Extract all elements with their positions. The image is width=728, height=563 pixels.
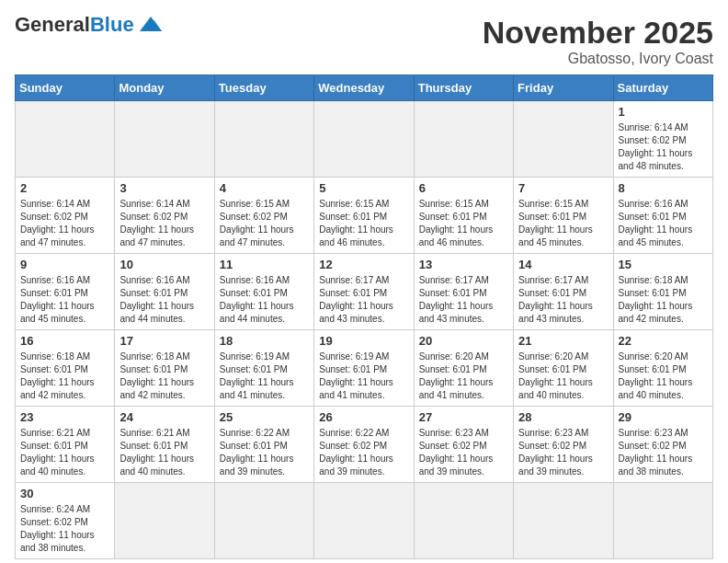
weekday-header-row: SundayMondayTuesdayWednesdayThursdayFrid… xyxy=(16,75,713,101)
day-cell: 6Sunrise: 6:15 AM Sunset: 6:01 PM Daylig… xyxy=(414,178,513,254)
day-number: 27 xyxy=(419,410,508,424)
day-cell: 10Sunrise: 6:16 AM Sunset: 6:01 PM Dayli… xyxy=(115,254,214,330)
day-cell: 9Sunrise: 6:16 AM Sunset: 6:01 PM Daylig… xyxy=(16,254,115,330)
day-info: Sunrise: 6:23 AM Sunset: 6:02 PM Dayligh… xyxy=(518,427,608,478)
day-cell: 5Sunrise: 6:15 AM Sunset: 6:01 PM Daylig… xyxy=(314,178,414,254)
day-info: Sunrise: 6:24 AM Sunset: 6:02 PM Dayligh… xyxy=(20,503,109,555)
day-number: 22 xyxy=(619,334,708,348)
location-title: Gbatosso, Ivory Coast xyxy=(483,51,713,67)
day-cell: 29Sunrise: 6:23 AM Sunset: 6:02 PM Dayli… xyxy=(613,407,712,483)
day-info: Sunrise: 6:20 AM Sunset: 6:01 PM Dayligh… xyxy=(419,350,508,402)
logo-icon xyxy=(136,15,165,35)
day-info: Sunrise: 6:18 AM Sunset: 6:01 PM Dayligh… xyxy=(20,350,109,402)
day-number: 6 xyxy=(419,181,508,195)
day-number: 8 xyxy=(619,181,708,195)
day-cell xyxy=(514,101,613,178)
weekday-header-monday: Monday xyxy=(115,75,214,101)
day-number: 25 xyxy=(220,410,309,424)
week-row-3: 9Sunrise: 6:16 AM Sunset: 6:01 PM Daylig… xyxy=(16,254,713,330)
day-info: Sunrise: 6:20 AM Sunset: 6:01 PM Dayligh… xyxy=(518,350,608,402)
day-cell: 19Sunrise: 6:19 AM Sunset: 6:01 PM Dayli… xyxy=(314,330,414,407)
weekday-header-sunday: Sunday xyxy=(16,75,115,101)
day-cell: 18Sunrise: 6:19 AM Sunset: 6:01 PM Dayli… xyxy=(214,330,313,407)
weekday-header-saturday: Saturday xyxy=(613,75,712,101)
day-number: 21 xyxy=(518,334,608,348)
day-cell: 23Sunrise: 6:21 AM Sunset: 6:01 PM Dayli… xyxy=(16,407,115,483)
day-number: 17 xyxy=(119,334,209,348)
day-cell xyxy=(115,483,214,559)
day-cell: 15Sunrise: 6:18 AM Sunset: 6:01 PM Dayli… xyxy=(613,254,712,330)
logo: GeneralBlue xyxy=(15,15,165,35)
day-cell: 12Sunrise: 6:17 AM Sunset: 6:01 PM Dayli… xyxy=(314,254,414,330)
day-info: Sunrise: 6:22 AM Sunset: 6:02 PM Dayligh… xyxy=(319,427,408,478)
day-number: 2 xyxy=(20,181,109,195)
day-cell: 13Sunrise: 6:17 AM Sunset: 6:01 PM Dayli… xyxy=(414,254,513,330)
week-row-2: 2Sunrise: 6:14 AM Sunset: 6:02 PM Daylig… xyxy=(16,178,713,254)
day-cell xyxy=(414,483,513,559)
header: GeneralBlue November 2025 Gbatosso, Ivor… xyxy=(15,15,713,67)
day-info: Sunrise: 6:14 AM Sunset: 6:02 PM Dayligh… xyxy=(619,121,708,173)
day-number: 7 xyxy=(518,181,608,195)
day-info: Sunrise: 6:18 AM Sunset: 6:01 PM Dayligh… xyxy=(119,350,209,402)
day-cell: 22Sunrise: 6:20 AM Sunset: 6:01 PM Dayli… xyxy=(613,330,712,407)
day-info: Sunrise: 6:15 AM Sunset: 6:01 PM Dayligh… xyxy=(419,198,508,249)
day-number: 26 xyxy=(319,410,408,424)
day-info: Sunrise: 6:22 AM Sunset: 6:01 PM Dayligh… xyxy=(220,427,309,478)
day-info: Sunrise: 6:16 AM Sunset: 6:01 PM Dayligh… xyxy=(220,274,309,326)
day-number: 9 xyxy=(20,258,109,271)
day-cell: 2Sunrise: 6:14 AM Sunset: 6:02 PM Daylig… xyxy=(16,178,115,254)
day-info: Sunrise: 6:17 AM Sunset: 6:01 PM Dayligh… xyxy=(419,274,508,326)
day-cell: 8Sunrise: 6:16 AM Sunset: 6:01 PM Daylig… xyxy=(613,178,712,254)
day-info: Sunrise: 6:16 AM Sunset: 6:01 PM Dayligh… xyxy=(619,198,708,249)
day-info: Sunrise: 6:16 AM Sunset: 6:01 PM Dayligh… xyxy=(20,274,109,326)
day-cell: 28Sunrise: 6:23 AM Sunset: 6:02 PM Dayli… xyxy=(514,407,613,483)
day-cell: 30Sunrise: 6:24 AM Sunset: 6:02 PM Dayli… xyxy=(16,483,115,559)
day-cell xyxy=(115,101,214,178)
day-number: 16 xyxy=(20,334,109,348)
day-number: 5 xyxy=(319,181,408,195)
weekday-header-thursday: Thursday xyxy=(414,75,513,101)
day-info: Sunrise: 6:18 AM Sunset: 6:01 PM Dayligh… xyxy=(619,274,708,326)
day-cell xyxy=(613,483,712,559)
day-info: Sunrise: 6:20 AM Sunset: 6:01 PM Dayligh… xyxy=(619,350,708,402)
weekday-header-wednesday: Wednesday xyxy=(314,75,414,101)
day-cell: 16Sunrise: 6:18 AM Sunset: 6:01 PM Dayli… xyxy=(16,330,115,407)
day-cell: 17Sunrise: 6:18 AM Sunset: 6:01 PM Dayli… xyxy=(115,330,214,407)
day-info: Sunrise: 6:15 AM Sunset: 6:02 PM Dayligh… xyxy=(220,198,309,249)
day-info: Sunrise: 6:15 AM Sunset: 6:01 PM Dayligh… xyxy=(319,198,408,249)
day-cell: 4Sunrise: 6:15 AM Sunset: 6:02 PM Daylig… xyxy=(214,178,313,254)
day-number: 28 xyxy=(518,410,608,424)
day-cell: 7Sunrise: 6:15 AM Sunset: 6:01 PM Daylig… xyxy=(514,178,613,254)
month-title: November 2025 xyxy=(483,15,713,51)
logo-blue: Blue xyxy=(90,13,134,36)
day-number: 10 xyxy=(119,258,209,271)
day-info: Sunrise: 6:17 AM Sunset: 6:01 PM Dayligh… xyxy=(518,274,608,326)
day-number: 30 xyxy=(20,487,109,500)
day-number: 19 xyxy=(319,334,408,348)
logo-general: General xyxy=(15,13,90,36)
day-info: Sunrise: 6:19 AM Sunset: 6:01 PM Dayligh… xyxy=(319,350,408,402)
day-number: 24 xyxy=(119,410,209,424)
week-row-4: 16Sunrise: 6:18 AM Sunset: 6:01 PM Dayli… xyxy=(16,330,713,407)
day-info: Sunrise: 6:23 AM Sunset: 6:02 PM Dayligh… xyxy=(419,427,508,478)
day-number: 12 xyxy=(319,258,408,271)
day-cell xyxy=(514,483,613,559)
day-cell xyxy=(16,101,115,178)
day-cell: 20Sunrise: 6:20 AM Sunset: 6:01 PM Dayli… xyxy=(414,330,513,407)
day-cell: 24Sunrise: 6:21 AM Sunset: 6:01 PM Dayli… xyxy=(115,407,214,483)
weekday-header-tuesday: Tuesday xyxy=(214,75,313,101)
week-row-5: 23Sunrise: 6:21 AM Sunset: 6:01 PM Dayli… xyxy=(16,407,713,483)
day-info: Sunrise: 6:14 AM Sunset: 6:02 PM Dayligh… xyxy=(119,198,209,249)
day-cell: 3Sunrise: 6:14 AM Sunset: 6:02 PM Daylig… xyxy=(115,178,214,254)
day-number: 20 xyxy=(419,334,508,348)
calendar: SundayMondayTuesdayWednesdayThursdayFrid… xyxy=(15,75,713,559)
day-cell: 1Sunrise: 6:14 AM Sunset: 6:02 PM Daylig… xyxy=(613,101,712,178)
logo-text: GeneralBlue xyxy=(15,15,134,35)
day-info: Sunrise: 6:21 AM Sunset: 6:01 PM Dayligh… xyxy=(119,427,209,478)
day-cell: 25Sunrise: 6:22 AM Sunset: 6:01 PM Dayli… xyxy=(214,407,313,483)
day-number: 11 xyxy=(220,258,309,271)
day-cell: 27Sunrise: 6:23 AM Sunset: 6:02 PM Dayli… xyxy=(414,407,513,483)
day-cell xyxy=(214,483,313,559)
title-area: November 2025 Gbatosso, Ivory Coast xyxy=(483,15,713,67)
day-number: 29 xyxy=(619,410,708,424)
